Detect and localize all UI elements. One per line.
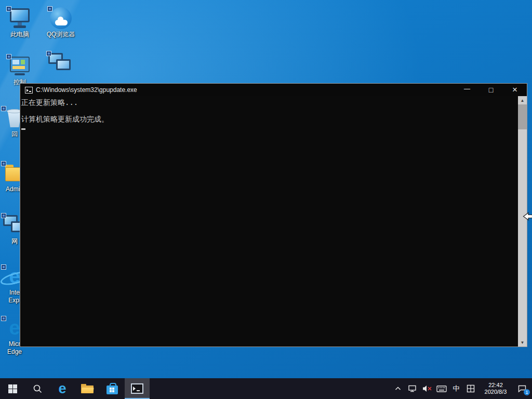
clock-time: 22:42 <box>479 382 512 389</box>
clock-date: 2020/8/3 <box>479 389 512 395</box>
taskbar-store-button[interactable] <box>100 378 125 399</box>
console-line: 计算机策略更新成功完成。 <box>21 115 518 123</box>
network-places-icon <box>47 52 72 74</box>
console-line: 正在更新策略... <box>21 98 518 107</box>
desktop-icon-label: 此电脑 <box>0 31 39 38</box>
maximize-button[interactable]: □ <box>479 84 503 96</box>
system-tray: 中 22:42 2020/8/3 1 <box>392 378 532 399</box>
cmd-window-title: C:\Windows\system32\gpupdate.exe <box>36 86 455 94</box>
icon-badge <box>1 316 6 321</box>
mouse-cursor-icon <box>523 212 532 223</box>
taskbar-file-explorer-button[interactable] <box>75 378 100 399</box>
store-icon <box>107 385 118 394</box>
scrollbar-thumb[interactable] <box>518 104 527 129</box>
action-center-button[interactable]: 1 <box>514 378 530 399</box>
chevron-up-icon <box>394 386 402 391</box>
icon-badge <box>6 6 11 11</box>
desktop-icon-label: QQ浏览器 <box>41 31 81 38</box>
console-output[interactable]: 正在更新策略... 计算机策略更新成功完成。 <box>20 96 518 347</box>
desktop-icon-network-places[interactable] <box>40 52 79 75</box>
ime-label: 中 <box>453 384 460 393</box>
desktop-wallpaper: 此电脑 QQ浏览器 控制 回 Admin <box>0 0 532 399</box>
close-icon: × <box>512 85 517 95</box>
tray-expand-button[interactable] <box>392 378 404 399</box>
maximize-icon: □ <box>489 86 493 94</box>
console-line <box>21 123 518 131</box>
network-tray-button[interactable] <box>406 378 419 399</box>
console-text-cursor <box>21 128 25 130</box>
cmd-window: C:\Windows\system32\gpupdate.exe — □ × 正… <box>20 83 527 347</box>
scroll-up-button[interactable]: ▲ <box>518 96 527 104</box>
grid-icon <box>467 384 475 393</box>
taskbar: e <box>0 378 532 399</box>
edge-icon: e <box>58 382 66 396</box>
volume-tray-button[interactable] <box>421 378 433 399</box>
desktop-icon-control-panel[interactable]: 控制 <box>0 55 39 86</box>
minimize-icon: — <box>464 85 470 92</box>
notification-badge: 1 <box>524 389 530 395</box>
taskbar-cmd-button[interactable] <box>125 378 150 399</box>
scroll-down-icon: ▼ <box>521 340 525 345</box>
desktop-icon-qq-browser[interactable]: QQ浏览器 <box>41 7 81 38</box>
volume-muted-icon <box>422 384 432 393</box>
this-pc-icon <box>7 7 32 29</box>
taskbar-edge-button[interactable]: e <box>50 378 75 399</box>
network-icon <box>408 384 417 393</box>
console-line <box>21 107 518 115</box>
keyboard-icon <box>436 385 447 393</box>
taskbar-clock[interactable]: 22:42 2020/8/3 <box>479 382 512 395</box>
control-panel-icon <box>7 55 32 77</box>
cmd-titlebar[interactable]: C:\Windows\system32\gpupdate.exe — □ × <box>20 84 527 96</box>
edge-letter: e <box>9 317 20 339</box>
cmd-window-icon <box>25 87 33 94</box>
icon-badge <box>1 213 6 218</box>
file-explorer-icon <box>81 384 94 394</box>
close-button[interactable]: × <box>503 84 527 96</box>
icon-badge <box>47 6 52 11</box>
icon-badge <box>1 106 6 111</box>
windows-logo-icon <box>8 384 17 393</box>
ie-letter: e <box>9 265 20 287</box>
search-button[interactable] <box>25 378 50 399</box>
qq-browser-icon <box>48 7 73 29</box>
icon-badge <box>6 54 11 59</box>
scroll-up-icon: ▲ <box>521 98 525 103</box>
ime-indicator[interactable]: 中 <box>450 378 462 399</box>
search-icon <box>32 383 43 394</box>
minimize-button[interactable]: — <box>455 84 479 96</box>
scroll-down-button[interactable]: ▼ <box>518 338 527 347</box>
cmd-icon <box>131 383 143 394</box>
touch-keyboard-button[interactable] <box>435 378 448 399</box>
icon-badge <box>1 161 6 166</box>
ime-mode-button[interactable] <box>464 378 477 399</box>
desktop-icon-this-pc[interactable]: 此电脑 <box>0 7 39 38</box>
icon-badge <box>1 264 6 270</box>
icon-badge <box>46 51 51 56</box>
start-button[interactable] <box>0 378 25 399</box>
